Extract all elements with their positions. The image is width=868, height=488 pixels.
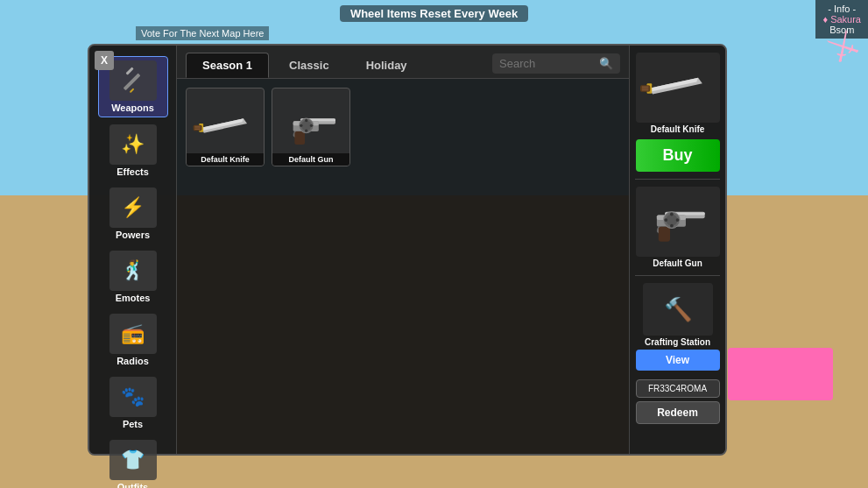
detail-knife-image	[640, 64, 715, 112]
svg-rect-14	[294, 131, 305, 145]
emotes-icon: 🕺	[109, 251, 157, 291]
search-box: 🔍	[492, 53, 620, 74]
buy-button[interactable]: Buy	[636, 139, 720, 172]
sidebar-item-pets-label: Pets	[123, 419, 143, 429]
knife-item-label: Default Knife	[187, 153, 264, 166]
tab-season1[interactable]: Season 1	[186, 53, 269, 78]
tabs-bar: Season 1 Classic Holiday 🔍	[177, 46, 629, 79]
tab-classic[interactable]: Classic	[272, 53, 346, 78]
sidebar-item-effects-label: Effects	[116, 166, 149, 177]
tab-holiday[interactable]: Holiday	[349, 53, 424, 78]
sidebar-item-weapons-label: Weapons	[111, 103, 154, 113]
grid-item-knife[interactable]: Default Knife	[186, 88, 265, 166]
hud-banner: Wheel Items Reset Every Week	[340, 5, 528, 22]
crafting-preview: 🔨	[643, 283, 713, 336]
redeem-button[interactable]: Redeem	[636, 401, 720, 424]
svg-point-19	[300, 124, 302, 127]
sidebar-item-effects[interactable]: ✨ Effects	[98, 121, 168, 180]
outfits-icon: 👕	[109, 440, 157, 480]
svg-point-18	[305, 130, 307, 132]
hud-top: Wheel Items Reset Every Week	[0, 0, 868, 26]
radios-icon: 📻	[109, 314, 157, 354]
search-input[interactable]	[499, 57, 596, 70]
sidebar: X Weapons ✨ Effects ⚡ Powers 🕺 Emotes	[89, 46, 177, 454]
grid-item-gun[interactable]: Default Gun	[272, 88, 350, 166]
close-button[interactable]: X	[95, 51, 114, 70]
detail-gun-image	[640, 195, 715, 248]
svg-rect-0	[123, 74, 140, 91]
svg-point-16	[300, 121, 311, 131]
detail-gun-preview	[636, 187, 720, 257]
pink-platform	[728, 348, 833, 400]
sidebar-item-powers[interactable]: ⚡ Powers	[98, 184, 168, 244]
main-panel: X Weapons ✨ Effects ⚡ Powers 🕺 Emotes	[88, 44, 727, 456]
divider-1	[635, 179, 720, 180]
crafting-station-label: Crafting Station	[645, 337, 710, 347]
detail-knife-preview	[636, 53, 720, 123]
sidebar-item-emotes-label: Emotes	[116, 293, 151, 303]
svg-rect-2	[129, 88, 134, 93]
sidebar-item-outfits-label: Outfits	[117, 482, 148, 488]
sidebar-item-emotes[interactable]: 🕺 Emotes	[98, 247, 168, 307]
sidebar-item-radios[interactable]: 📻 Radios	[98, 310, 168, 370]
divider-2	[635, 275, 720, 276]
detail-knife-label: Default Knife	[651, 124, 705, 134]
svg-point-35	[670, 213, 674, 216]
detail-panel: Default Knife Buy	[629, 46, 725, 454]
sidebar-item-powers-label: Powers	[116, 230, 150, 240]
sidebar-item-pets[interactable]: 🐾 Pets	[98, 373, 168, 433]
sidebar-item-radios-label: Radios	[116, 356, 149, 366]
svg-point-20	[309, 124, 312, 127]
content-area: Season 1 Classic Holiday 🔍	[177, 46, 629, 454]
gun-item-label: Default Gun	[272, 153, 349, 166]
crafting-view-button[interactable]: View	[636, 350, 720, 371]
detail-gun-item: Default Gun	[635, 187, 720, 268]
detail-gun-label: Default Gun	[653, 258, 702, 268]
svg-point-36	[670, 224, 674, 228]
svg-rect-32	[659, 227, 670, 242]
gun-grid-image	[279, 105, 344, 149]
pets-icon: 🐾	[109, 377, 157, 417]
effects-icon: ✨	[109, 124, 157, 165]
svg-point-34	[666, 215, 677, 226]
powers-icon: ⚡	[109, 187, 157, 228]
svg-point-37	[664, 218, 667, 222]
weapons-icon	[109, 60, 157, 101]
sidebar-item-outfits[interactable]: 👕 Outfits	[98, 436, 168, 488]
svg-point-17	[305, 119, 307, 122]
item-grid: Default Knife	[177, 79, 629, 454]
redeem-code-input[interactable]	[636, 379, 720, 398]
knife-grid-image	[193, 108, 258, 147]
svg-rect-1	[125, 67, 133, 74]
detail-knife-item: Default Knife	[635, 53, 720, 134]
info-title: - Info -	[822, 4, 861, 14]
search-icon: 🔍	[599, 57, 613, 70]
svg-point-38	[676, 218, 680, 222]
redeem-section: Redeem	[635, 379, 720, 424]
vote-text: Vote For The Next Map Here	[136, 26, 269, 40]
crafting-station: 🔨 Crafting Station View	[635, 283, 720, 371]
